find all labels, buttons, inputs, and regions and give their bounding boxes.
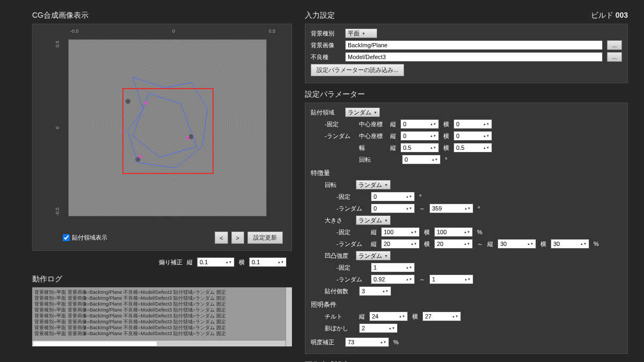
- random-label: -ランダム: [325, 132, 355, 140]
- input-panel: 背景種別 平面 背景画像 BackImg/Plane ... 不良種 Model…: [305, 24, 628, 83]
- horiz-label: 横: [239, 258, 245, 266]
- h-label: 横: [540, 240, 546, 248]
- paste-region-select[interactable]: ランダム: [345, 107, 380, 117]
- feature-rot-select[interactable]: ランダム: [356, 180, 391, 190]
- log-line: 背景種別=平面 背景画像=BackImg/Plane 不良種=Model/Def…: [34, 319, 290, 325]
- log-title: 動作ログ: [32, 274, 292, 284]
- size-rand-v-max[interactable]: 30▲▼: [497, 239, 536, 249]
- v-label: 縦: [390, 144, 396, 152]
- defect-field[interactable]: Model/Defect3: [345, 52, 603, 62]
- bg-img-browse-button[interactable]: ...: [607, 40, 622, 50]
- viewer-panel: -0.5 0 0.5 0.5 0 -0.5 × × ×: [32, 24, 292, 251]
- h-label: 横: [424, 228, 430, 236]
- size-rand-h-min[interactable]: 20▲▼: [434, 239, 473, 249]
- rand-center-v[interactable]: 0▲▼: [400, 131, 439, 141]
- fixed-label: -固定: [336, 228, 367, 236]
- params-title: 設定パラメーター: [305, 90, 628, 99]
- log-line: 背景種別=平面 背景画像=BackImg/Plane 不良種=Model/Def…: [34, 313, 290, 319]
- log-line: 背景種別=平面 背景画像=BackImg/Plane 不良種=Model/Def…: [34, 307, 290, 313]
- show-region-label: 貼付領域表示: [72, 234, 107, 242]
- h-label: 横: [424, 240, 430, 248]
- v-label: 縦: [371, 240, 377, 248]
- axis-left: 0.5 0 -0.5: [47, 39, 68, 216]
- size-rand-v-min[interactable]: 20▲▼: [381, 239, 420, 249]
- fixed-center-v[interactable]: 0▲▼: [400, 119, 439, 129]
- width-h[interactable]: 0.5▲▼: [453, 143, 492, 153]
- size-fixed-h[interactable]: 100▲▼: [434, 227, 473, 237]
- v-label: 縦: [371, 228, 377, 236]
- log-box[interactable]: 背景種別=平面 背景画像=BackImg/Plane 不良種=Model/Def…: [32, 287, 292, 346]
- size-fixed-v[interactable]: 100▲▼: [381, 227, 420, 237]
- show-region-input[interactable]: [63, 234, 70, 241]
- scrollbar-v[interactable]: [286, 287, 292, 346]
- marker-icon: ×: [186, 134, 190, 142]
- shear-label: 煽り補正: [159, 258, 182, 266]
- axis-top: -0.5 0 0.5: [68, 28, 277, 39]
- show-region-checkbox[interactable]: 貼付領域表示: [63, 234, 107, 242]
- log-line: 背景種別=平面 背景画像=BackImg/Plane 不良種=Model/Def…: [34, 331, 290, 337]
- uneven-min[interactable]: 0.92▲▼: [371, 274, 415, 284]
- paste-region-label: 貼付領域: [311, 108, 341, 117]
- feat-rot-fixed[interactable]: 0▲▼: [371, 192, 415, 201]
- preview-image: × × ×: [68, 39, 267, 216]
- fixed-label: -固定: [336, 264, 367, 272]
- shear-h-input[interactable]: 0.1▲▼: [249, 257, 287, 267]
- v-label: 縦: [390, 120, 396, 128]
- deg-label: °: [445, 156, 447, 163]
- width-v[interactable]: 0.5▲▼: [400, 143, 439, 153]
- tick: 0: [55, 126, 60, 129]
- tilt-label: チルト: [325, 313, 355, 321]
- marker-icon: ×: [144, 99, 148, 107]
- count-label: 貼付個数: [325, 287, 355, 295]
- h-label: 横: [412, 313, 418, 321]
- rotation-label: 回転: [359, 156, 386, 164]
- log-line: 背景種別=平面 背景画像=BackImg/Plane 不良種=Model/Def…: [34, 289, 290, 295]
- fixed-center-h[interactable]: 0▲▼: [453, 119, 492, 129]
- tick: 0: [172, 28, 175, 39]
- prev-button[interactable]: <: [215, 231, 228, 244]
- v-label: 縦: [359, 313, 365, 321]
- cg-image-title: CG合成画像表示: [32, 11, 292, 20]
- center-label: 中心座標: [359, 132, 386, 140]
- width-label: 幅: [359, 144, 386, 152]
- brightness-input[interactable]: 73▲▼: [345, 337, 389, 347]
- scrollbar-h[interactable]: [32, 340, 286, 346]
- load-params-button[interactable]: 設定パラメーターの読み込み...: [311, 64, 404, 76]
- shear-v-input[interactable]: 0.1▲▼: [197, 257, 235, 267]
- rotation-input[interactable]: 0▲▼: [402, 155, 441, 164]
- size-select[interactable]: ランダム: [356, 215, 391, 225]
- feat-rot-min[interactable]: 0▲▼: [371, 204, 415, 213]
- pct-label: %: [594, 241, 599, 247]
- tilde: ～: [419, 276, 425, 284]
- bg-type-select[interactable]: 平面: [345, 28, 377, 38]
- h-label: 横: [443, 144, 449, 152]
- rand-center-h[interactable]: 0▲▼: [453, 131, 492, 141]
- defect-browse-button[interactable]: ...: [607, 52, 622, 62]
- bg-img-field[interactable]: BackImg/Plane: [345, 40, 603, 50]
- tilt-h[interactable]: 27▲▼: [422, 312, 461, 321]
- random-label: -ランダム: [336, 205, 367, 213]
- uneven-fixed[interactable]: 1▲▼: [371, 263, 415, 272]
- v-label: 縦: [487, 240, 493, 248]
- v-label: 縦: [390, 132, 396, 140]
- tilt-v[interactable]: 24▲▼: [369, 312, 408, 321]
- next-button[interactable]: >: [231, 231, 244, 244]
- tick: -0.5: [70, 28, 79, 39]
- center-label: 中心座標: [359, 120, 386, 128]
- update-settings-button[interactable]: 設定更新: [247, 231, 283, 244]
- image-viewer: -0.5 0 0.5 0.5 0 -0.5 × × ×: [47, 28, 277, 227]
- blur-input[interactable]: 2▲▼: [359, 323, 398, 333]
- uneven-max[interactable]: 1▲▼: [429, 274, 473, 284]
- h-label: 横: [443, 132, 449, 140]
- feat-rot-max[interactable]: 359▲▼: [429, 204, 473, 213]
- log-line: 背景種別=平面 背景画像=BackImg/Plane 不良種=Model/Def…: [34, 325, 290, 331]
- tilde: ～: [477, 240, 483, 248]
- bg-type-label: 背景種別: [311, 30, 341, 38]
- bg-img-label: 背景画像: [311, 41, 341, 49]
- log-line: 背景種別=平面 背景画像=BackImg/Plane 不良種=Model/Def…: [34, 295, 290, 301]
- unevenness-select[interactable]: ランダム: [356, 251, 391, 260]
- random-label: -ランダム: [336, 240, 367, 248]
- size-rand-h-max[interactable]: 30▲▼: [551, 239, 589, 249]
- count-input[interactable]: 3▲▼: [359, 286, 391, 296]
- pct-label: %: [393, 339, 399, 345]
